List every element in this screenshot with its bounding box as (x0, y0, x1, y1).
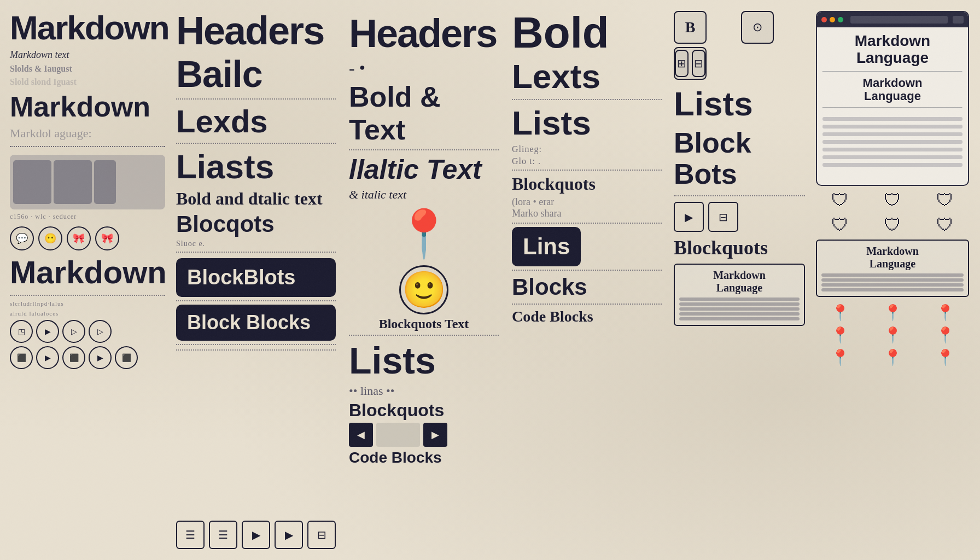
browser-window-large: MarkdownLanguage MarkdownLanguage (816, 11, 969, 186)
lang-line-b1 (821, 273, 964, 277)
headers-title-col2: Headers (176, 11, 336, 50)
pin-icon-6: 📍 (921, 326, 969, 344)
marco-text: (lora • erar Marko shara (512, 196, 662, 219)
dots-col3-1 (349, 149, 499, 150)
bow-icon-2: 🎀 (95, 226, 119, 250)
chat-icon: 💬 (10, 226, 34, 250)
lines-text-col3: •• linas •• (349, 384, 394, 398)
code-block-visual (376, 423, 420, 447)
menu-icon-2: ☰ (209, 521, 237, 549)
smiley-icon: 😶 (38, 226, 62, 250)
arrow-left-icon: ◀ (349, 423, 373, 447)
pin-icon-9: 📍 (921, 348, 969, 366)
tiny-text-1: Glineg: (512, 144, 662, 154)
code-icon-row: ⊞ ⊟ (674, 47, 707, 80)
blocks-col4: Blocks (512, 274, 662, 300)
pin-icon-3: 📍 (921, 304, 969, 322)
play-icon-2: ▶ (36, 320, 59, 343)
traffic-red (821, 17, 827, 22)
play-icons-row-1: ◳ ▶ ▷ ▷ (10, 320, 165, 343)
play-sq-2: ▶ (275, 521, 303, 549)
smiley-circle-icon: 🙂 (399, 265, 448, 314)
pin-icons-grid: 📍 📍 📍 📍 📍 📍 📍 📍 📍 (816, 304, 969, 366)
lexts-col4: Lexts (512, 57, 662, 96)
circle-icon-row: 💬 😶 🎀 🎀 (10, 226, 165, 250)
browser-line-4 (822, 140, 962, 144)
dots-col4-3 (512, 223, 662, 224)
stop-icon-2: ⬛ (62, 346, 85, 369)
blockquots-text-col3: Blockquots Text (379, 317, 469, 331)
column-1: Markdown Markdown text Slolds & Iaugust … (5, 5, 170, 555)
lang-line-b4 (821, 288, 964, 291)
lang-line-b2 (821, 278, 964, 282)
lang-line-b3 (821, 283, 964, 287)
arrow-icons-row: ◀ ▶ (349, 423, 447, 447)
small-text-row: c156o · wlc · seducer (10, 213, 165, 221)
stop-icon-3: ⬛ (115, 346, 138, 369)
browser-line-3 (822, 132, 962, 136)
lists-col2: Liasts (176, 147, 336, 186)
lins-blocks-row: Lins (512, 227, 662, 266)
snippet-col2: Sluoc e. (176, 240, 336, 248)
faded-text-2: Slold slond Iguast (10, 77, 165, 87)
browser-mini-2 (54, 160, 92, 204)
italic-sub-col3: & italic text (349, 188, 406, 202)
minus-icon: ⊟ (692, 50, 705, 77)
lins-button[interactable]: Lins (512, 227, 581, 266)
lists-col4: Lists (512, 103, 662, 142)
dots-sep-col2-4 (176, 300, 336, 301)
main-title: Markdown (10, 11, 165, 45)
block-bots: BlockBots (674, 127, 805, 190)
map-pin-icon: 📍 (395, 206, 453, 261)
lexds-text: Lexds (176, 103, 336, 139)
column-3: Headers - • Bold & Text llaltic Text & i… (342, 5, 505, 555)
dotted-divider-1 (10, 146, 165, 147)
markdown-lang-box-col5: MarkdownLanguage (674, 264, 805, 326)
markdown-bold: Markdown (10, 90, 165, 123)
bow-icon-1: 🎀 (67, 226, 91, 250)
play-icons-row-2: ⬛ ▶ ⬛ ▶ ⬛ (10, 346, 165, 369)
column-5: B ⊙ ⊞ ⊟ Lists BlockBots ▶ ⊟ Blockquots M… (668, 5, 810, 555)
markdown-faded: Markdol aguage: (10, 126, 165, 141)
browser-sub-title: MarkdownLanguage (822, 77, 962, 103)
snippet-row-1: slcrludrllnpd·lalus (10, 300, 165, 307)
blockquots-col4: Blockquots (512, 174, 662, 194)
play-icon-6: ▶ (89, 346, 112, 369)
dots-sep-col2-2 (176, 143, 336, 144)
map-pin-container: 📍 (395, 206, 453, 261)
lang-lines-2 (821, 273, 964, 291)
browser-line-7 (822, 163, 962, 167)
markdown-lang-title: MarkdownLanguage (679, 269, 800, 294)
lang-line-2 (679, 302, 800, 306)
play-icon-5: ▶ (36, 346, 59, 369)
block-blocks-button[interactable]: Block Blocks (176, 305, 336, 341)
dots-sep-col2-3 (176, 252, 336, 253)
bold-and-text: Bold and dtalic text (176, 188, 336, 209)
shield-icons-grid: 🛡 🛡 🛡 🛡 🛡 🛡 (816, 190, 969, 235)
blockquots-col5: Blockquots (674, 236, 805, 259)
play-icon-4: ▷ (89, 320, 112, 343)
faded-text-1: Slolds & Iaugust (10, 64, 165, 74)
play-icons-col5: ▶ ⊟ (674, 202, 805, 232)
column-6: MarkdownLanguage MarkdownLanguage 🛡 🛡 (810, 5, 975, 555)
bold-text-col3: Bold & Text (349, 80, 499, 146)
blockblots-button[interactable]: BlockBlots (176, 258, 336, 297)
italic-text-col3: llaltic Text (349, 154, 482, 185)
sub-text: Markdown text (10, 49, 165, 61)
arrow-right-icon: ▶ (423, 423, 447, 447)
lists-large-col3: Lists (349, 339, 436, 382)
url-bar (850, 16, 948, 24)
shield-icon-1: 🛡 (816, 190, 864, 211)
markdown-large: Markdown (10, 254, 165, 290)
dots-col4-4 (512, 270, 662, 271)
blocqots-text: Blocqots (176, 211, 336, 237)
code-blocks-col4: Code Blocks (512, 308, 662, 325)
dots-sep-col2-6 (176, 349, 336, 351)
browser-main-title: MarkdownLanguage (822, 33, 962, 67)
pin-icon-1: 📍 (816, 304, 864, 322)
browser-lang-lines (822, 116, 962, 168)
browser-mockup-small (10, 155, 165, 209)
smiley-container: 🙂 (399, 265, 448, 314)
markdown-lang-box-col6: MarkdownLanguage (816, 240, 969, 297)
browser-line-1 (822, 117, 962, 121)
